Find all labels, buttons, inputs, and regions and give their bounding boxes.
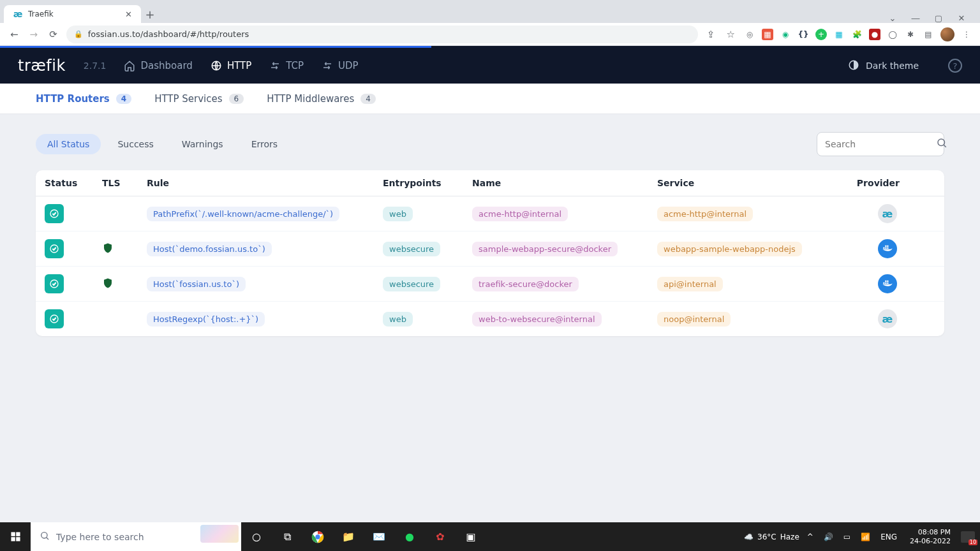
nav-udp[interactable]: UDP <box>322 60 359 71</box>
extension-icon[interactable]: ▦ <box>833 29 845 40</box>
forward-button[interactable]: → <box>27 26 41 43</box>
minimize-icon[interactable]: ― <box>910 13 921 23</box>
rule-chip: HostRegexp(`{host:.+}`) <box>147 312 265 327</box>
extension-icon[interactable]: {} <box>798 29 809 40</box>
svg-rect-13 <box>887 283 888 284</box>
lock-icon: 🔒 <box>74 30 83 38</box>
notifications-button[interactable] <box>961 531 975 543</box>
name-chip: sample-webapp-secure@docker <box>472 242 618 256</box>
svg-rect-12 <box>885 283 886 284</box>
status-success-icon <box>45 204 64 223</box>
tray-chevron-icon[interactable]: ^ <box>805 533 816 541</box>
bookmark-icon[interactable]: ☆ <box>724 26 738 43</box>
table-row[interactable]: HostRegexp(`{host:.+}`) web web-to-webse… <box>36 302 944 336</box>
col-name: Name <box>472 178 657 188</box>
swap-icon <box>322 60 333 71</box>
status-success-icon <box>45 309 64 328</box>
new-tab-button[interactable]: + <box>141 5 159 23</box>
home-icon <box>124 60 135 71</box>
filter-errors[interactable]: Errors <box>240 134 289 154</box>
extension-icon[interactable]: ◯ <box>887 29 898 40</box>
task-view-button[interactable]: ○ <box>241 522 272 551</box>
svg-rect-5 <box>883 247 884 249</box>
contrast-icon <box>848 59 859 73</box>
help-button[interactable]: ? <box>948 59 962 73</box>
volume-icon[interactable]: 🔊 <box>821 533 836 541</box>
svg-point-2 <box>938 139 945 146</box>
wifi-icon[interactable]: 📶 <box>858 533 873 541</box>
service-chip: webapp-sample-webapp-nodejs <box>657 242 802 256</box>
subnav-routers[interactable]: HTTP Routers 4 <box>36 93 131 105</box>
docker-provider-icon <box>878 239 897 258</box>
close-window-icon[interactable]: ✕ <box>956 13 967 23</box>
back-button[interactable]: ← <box>8 26 21 43</box>
language-indicator[interactable]: ENG <box>878 533 900 541</box>
entrypoint-chip: websecure <box>383 277 440 291</box>
windows-search-placeholder: Type here to search <box>56 532 144 542</box>
terminal-taskbar-icon[interactable]: ▣ <box>456 522 486 551</box>
subnav-middlewares[interactable]: HTTP Middlewares 4 <box>267 93 376 105</box>
rule-chip: Host(`fossian.us.to`) <box>147 277 246 291</box>
col-service: Service <box>657 178 849 188</box>
profile-avatar[interactable] <box>940 27 954 41</box>
clock[interactable]: 08:08 PM 24-06-2022 <box>905 528 956 546</box>
name-chip: traefik-secure@docker <box>472 277 579 291</box>
nav-tcp[interactable]: TCP <box>269 60 304 71</box>
extension-icon[interactable]: ◎ <box>744 29 755 40</box>
explorer-taskbar-icon[interactable]: 📁 <box>333 522 364 551</box>
internal-provider-icon: æ <box>878 204 897 223</box>
extensions-menu-icon[interactable]: ✱ <box>905 29 916 40</box>
extension-icon[interactable]: + <box>815 29 827 40</box>
weather-widget[interactable]: ☁️ 36°C Haze <box>744 533 799 541</box>
taskbar-icon[interactable]: ⧉ <box>272 522 302 551</box>
extension-icon[interactable]: 🧩 <box>851 29 863 40</box>
col-tls: TLS <box>102 178 147 188</box>
svg-rect-20 <box>16 537 20 541</box>
battery-icon[interactable]: ▭ <box>841 533 853 541</box>
count-badge: 4 <box>116 94 131 104</box>
maximize-icon[interactable]: ▢ <box>933 13 944 23</box>
dark-theme-toggle[interactable]: Dark theme <box>848 59 919 73</box>
table-row[interactable]: Host(`fossian.us.to`) websecure traefik-… <box>36 267 944 302</box>
weather-icon: ☁️ <box>744 533 754 541</box>
kebab-menu-icon[interactable]: ⋮ <box>961 29 972 40</box>
col-rule: Rule <box>147 178 383 188</box>
chrome-taskbar-icon[interactable] <box>302 522 333 551</box>
app-taskbar-icon[interactable]: ✿ <box>425 522 456 551</box>
share-icon[interactable]: ⇪ <box>704 26 718 43</box>
mail-taskbar-icon[interactable]: ✉️ <box>364 522 394 551</box>
service-chip: acme-http@internal <box>657 207 753 221</box>
browser-tab[interactable]: æ Traefik ✕ <box>4 5 141 23</box>
routers-table: Status TLS Rule Entrypoints Name Service… <box>36 170 944 336</box>
filter-success[interactable]: Success <box>106 134 165 154</box>
table-row[interactable]: Host(`demo.fossian.us.to`) websecure sam… <box>36 231 944 267</box>
subnav-services[interactable]: HTTP Services 6 <box>154 93 244 105</box>
table-row[interactable]: PathPrefix(`/.well-known/acme-challenge/… <box>36 196 944 231</box>
traefik-icon: æ <box>13 9 23 19</box>
svg-rect-8 <box>885 246 886 247</box>
entrypoint-chip: web <box>383 312 413 327</box>
windows-search[interactable]: Type here to search <box>31 522 241 551</box>
search-input[interactable] <box>825 139 936 149</box>
reload-button[interactable]: ⟳ <box>47 26 60 43</box>
extension-icon[interactable]: ◉ <box>780 29 791 40</box>
side-panel-icon[interactable]: ▤ <box>923 29 934 40</box>
extension-icon[interactable]: ● <box>869 29 880 40</box>
filter-warnings[interactable]: Warnings <box>170 134 235 154</box>
close-tab-icon[interactable]: ✕ <box>125 10 132 19</box>
url-text: fossian.us.to/dashboard/#/http/routers <box>88 29 249 39</box>
search-box[interactable] <box>817 132 944 156</box>
spotify-taskbar-icon[interactable]: ● <box>394 522 425 551</box>
filter-all-status[interactable]: All Status <box>36 134 101 154</box>
nav-http[interactable]: HTTP <box>211 60 251 71</box>
search-icon <box>936 137 947 151</box>
nav-dashboard[interactable]: Dashboard <box>124 60 192 71</box>
globe-icon <box>211 60 222 71</box>
address-bar[interactable]: 🔒 fossian.us.to/dashboard/#/http/routers <box>66 26 698 43</box>
extension-icon[interactable]: ▦ <box>762 29 773 40</box>
start-button[interactable] <box>0 522 31 551</box>
table-header: Status TLS Rule Entrypoints Name Service… <box>36 170 944 196</box>
count-badge: 4 <box>360 94 376 104</box>
chevron-down-icon[interactable]: ⌄ <box>887 13 898 23</box>
svg-rect-7 <box>887 247 888 249</box>
